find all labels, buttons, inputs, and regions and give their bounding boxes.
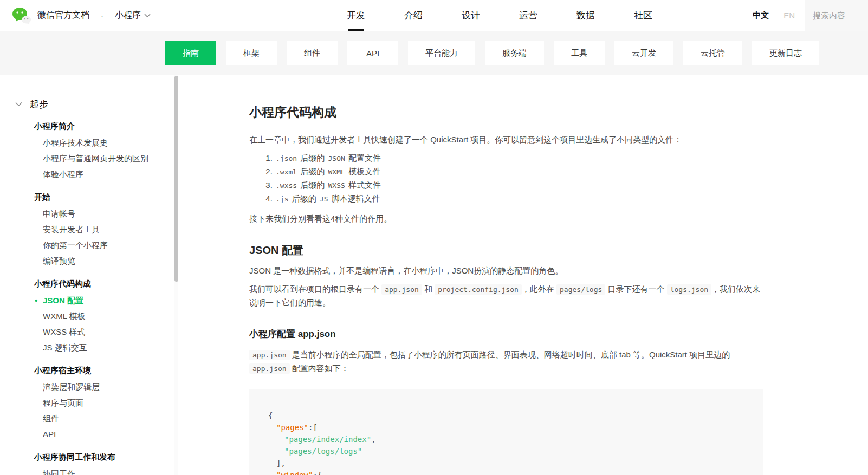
code-token-pun: ], xyxy=(276,459,286,467)
sidebar-item[interactable]: 小程序技术发展史 xyxy=(0,135,169,151)
sidebar-item[interactable]: API xyxy=(0,426,169,442)
sidebar-root-toggle[interactable]: 起步 xyxy=(0,97,169,111)
sidebar-item[interactable]: 协同工作 xyxy=(0,466,169,475)
sidebar-item-label: 小程序技术发展史 xyxy=(43,138,108,147)
top-nav-item[interactable]: 社区 xyxy=(634,0,652,31)
inline-code: app.json xyxy=(249,350,290,360)
subnav-tab[interactable]: 更新日志 xyxy=(752,41,819,65)
inline-code: .wxml xyxy=(275,168,298,176)
text-span: 样式文件 xyxy=(346,180,381,190)
inline-code: JSON xyxy=(327,154,346,162)
sidebar-item-label: 申请帐号 xyxy=(43,209,75,218)
sidebar-item[interactable]: 安装开发者工具 xyxy=(0,222,169,237)
top-nav-item[interactable]: 设计 xyxy=(462,0,480,31)
sidebar-item[interactable]: •JSON 配置 xyxy=(0,292,169,308)
subnav-bar: 指南框架组件API平台能力服务端工具云开发云托管更新日志 xyxy=(0,31,868,75)
inline-code: app.json xyxy=(381,284,422,295)
code-token-pun: { xyxy=(268,411,273,420)
sidebar-item-label: 组件 xyxy=(43,414,59,423)
sidebar-group-title[interactable]: 开始 xyxy=(0,191,169,204)
text-span: 模板文件 xyxy=(346,167,381,176)
search-input[interactable] xyxy=(805,0,868,31)
page-title: 小程序代码构成 xyxy=(249,104,763,120)
sidebar-item[interactable]: 编译预览 xyxy=(0,253,169,269)
inline-code: project.config.json xyxy=(435,284,522,295)
sidebar-item-label: WXML 模板 xyxy=(43,311,86,321)
sidebar-item-label: 协同工作 xyxy=(43,469,75,475)
text-span: 后缀的 xyxy=(298,180,327,190)
lang-en-button[interactable]: EN xyxy=(783,11,795,20)
sidebar-group-title[interactable]: 小程序宿主环境 xyxy=(0,364,169,377)
sidebar-group: 小程序代码构成•JSON 配置WXML 模板WXSS 样式JS 逻辑交互 xyxy=(0,277,169,355)
sidebar-item-label: JS 逻辑交互 xyxy=(43,343,87,352)
inline-code: .wxss xyxy=(275,181,298,190)
subnav-tab[interactable]: 组件 xyxy=(287,41,338,65)
subnav-tab[interactable]: 工具 xyxy=(554,41,605,65)
appjson-paragraph: app.json 是当前小程序的全局配置，包括了小程序的所有页面路径、界面表现、… xyxy=(249,348,763,375)
section-heading-json: JSON 配置 xyxy=(249,243,763,258)
active-bullet: • xyxy=(35,292,37,308)
top-nav-item[interactable]: 介绍 xyxy=(404,0,423,31)
code-token-pun: :{ xyxy=(313,471,322,475)
subnav-tab[interactable]: 平台能力 xyxy=(408,41,475,65)
sidebar-item-label: 程序与页面 xyxy=(43,398,83,407)
inline-code: JS xyxy=(319,195,329,203)
subnav-tab[interactable]: 云托管 xyxy=(683,41,742,65)
subnav-tab[interactable]: 云开发 xyxy=(614,41,673,65)
lang-divider xyxy=(776,12,776,19)
sidebar-item[interactable]: 你的第一个小程序 xyxy=(0,237,169,253)
inline-code: WXML xyxy=(327,168,346,176)
sidebar-item[interactable]: 体验小程序 xyxy=(0,166,169,182)
sidebar-item[interactable]: 申请帐号 xyxy=(0,206,169,222)
code-line: { xyxy=(268,409,752,421)
subnav-tab[interactable]: 服务端 xyxy=(485,41,544,65)
subnav-tab[interactable]: 框架 xyxy=(226,41,277,65)
text-span: 配置文件 xyxy=(346,153,381,162)
sidebar-group: 小程序协同工作和发布协同工作 xyxy=(0,451,169,475)
chevron-down-icon xyxy=(15,102,22,107)
text-span: 后缀的 xyxy=(298,167,327,176)
sidebar-item[interactable]: JS 逻辑交互 xyxy=(0,340,169,355)
sidebar-group-title[interactable]: 小程序简介 xyxy=(0,120,169,133)
sidebar-item[interactable]: 小程序与普通网页开发的区别 xyxy=(0,151,169,166)
code-line: "pages":[ xyxy=(268,421,752,433)
top-nav-item[interactable]: 数据 xyxy=(576,0,595,31)
code-line: ], xyxy=(268,457,752,469)
sidebar-item-label: 渲染层和逻辑层 xyxy=(43,382,100,392)
text-span: 后缀的 xyxy=(289,194,318,203)
subnav-tabs: 指南框架组件API平台能力服务端工具云开发云托管更新日志 xyxy=(0,31,868,65)
code-token-key: "window" xyxy=(276,471,313,475)
sidebar-scrollbar[interactable] xyxy=(174,76,178,282)
json-paragraph-1: JSON 是一种数据格式，并不是编程语言，在小程序中，JSON扮演的静态配置的角… xyxy=(249,264,763,277)
sidebar-item-label: JSON 配置 xyxy=(43,296,83,305)
site-logo-area[interactable]: 微信官方文档 · 小程序 xyxy=(12,0,151,31)
file-type-item: .js 后缀的 JS 脚本逻辑文件 xyxy=(275,192,763,206)
inline-code: .js xyxy=(275,195,289,203)
wechat-logo-icon xyxy=(12,7,31,24)
lang-zh-button[interactable]: 中文 xyxy=(753,10,769,21)
sidebar-item[interactable]: 组件 xyxy=(0,411,169,426)
code-token-pun: :[ xyxy=(308,423,318,432)
code-token-key: "pages" xyxy=(276,423,308,432)
sidebar-item-label: 体验小程序 xyxy=(43,170,83,179)
top-nav-item[interactable]: 运营 xyxy=(519,0,537,31)
product-switcher[interactable]: 小程序 xyxy=(115,10,151,21)
sidebar-item[interactable]: 程序与页面 xyxy=(0,395,169,411)
sidebar-item-label: 你的第一个小程序 xyxy=(43,240,108,250)
sidebar-group-title[interactable]: 小程序协同工作和发布 xyxy=(0,451,169,464)
sidebar-root-label: 起步 xyxy=(30,98,48,110)
top-nav-item[interactable]: 开发 xyxy=(347,0,365,31)
sidebar-item[interactable]: WXML 模板 xyxy=(0,308,169,324)
sidebar-item-label: WXSS 样式 xyxy=(43,327,85,336)
sidebar-item[interactable]: 渲染层和逻辑层 xyxy=(0,379,169,395)
subnav-tab[interactable]: 指南 xyxy=(165,41,216,65)
subnav-tab[interactable]: API xyxy=(347,41,398,65)
text-span: ，此外在 xyxy=(522,284,556,294)
top-header: 微信官方文档 · 小程序 开发介绍设计运营数据社区 中文 EN xyxy=(0,0,868,31)
code-line: "window":{ xyxy=(268,469,752,475)
sidebar-item[interactable]: WXSS 样式 xyxy=(0,324,169,340)
inline-code: .json xyxy=(275,154,298,162)
sidebar-group-title[interactable]: 小程序代码构成 xyxy=(0,277,169,290)
text-span: 配置内容如下： xyxy=(290,363,349,373)
intro-paragraph: 在上一章中，我们通过开发者工具快速创建了一个 QuickStart 项目。你可以… xyxy=(249,133,763,146)
